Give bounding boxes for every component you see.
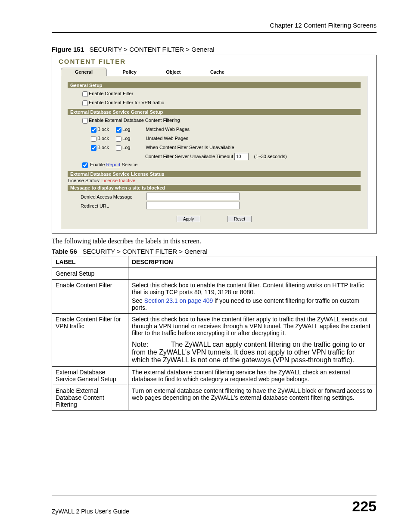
- figure-caption: Figure 151 SECURITY > CONTENT FILTER > G…: [52, 46, 377, 53]
- label-unrated: Unrated Web Pages: [146, 136, 188, 141]
- tab-bar: General Policy Object Cache: [52, 67, 376, 76]
- section-message: Message to display when a site is blocke…: [68, 185, 361, 191]
- link-report[interactable]: Report: [106, 162, 120, 167]
- table-row: Enable Content Filter Select this check …: [52, 280, 377, 314]
- tab-object[interactable]: Object: [152, 68, 194, 76]
- tab-cache[interactable]: Cache: [196, 68, 238, 76]
- th-desc: DESCRIPTION: [128, 256, 377, 268]
- page-number: 225: [352, 498, 377, 515]
- input-denied-msg[interactable]: [146, 193, 240, 200]
- tab-policy[interactable]: Policy: [109, 68, 150, 76]
- input-timeout[interactable]: [234, 153, 249, 160]
- label-enable-report-pre: Enable: [90, 162, 106, 167]
- input-redirect-url[interactable]: [146, 202, 240, 209]
- label-denied-msg: Denied Access Message: [81, 194, 145, 199]
- chapter-header: Chapter 12 Content Filtering Screens: [52, 22, 377, 29]
- checkbox-log-unrated[interactable]: [116, 136, 121, 142]
- description-table: LABEL DESCRIPTION General Setup Enable C…: [52, 256, 377, 411]
- table-row: General Setup: [52, 268, 377, 280]
- panel-general: General Setup Enable Content Filter Enab…: [61, 76, 367, 229]
- section-ext-db-setup: External Database Service General Setup: [68, 109, 361, 115]
- label-enable-ext-db: Enable External Database Content Filteri…: [89, 118, 180, 123]
- screenshot-panel: CONTENT FILTER General Policy Object Cac…: [52, 55, 377, 234]
- section-license: External Database Service License Status: [68, 171, 361, 177]
- checkbox-block-unavail[interactable]: [91, 145, 97, 151]
- label-matched: Matched Web Pages: [146, 127, 190, 132]
- checkbox-enable-cf-vpn[interactable]: [82, 100, 88, 106]
- checkbox-block-matched[interactable]: [91, 127, 97, 133]
- intro-paragraph: The following table describes the labels…: [52, 237, 377, 245]
- checkbox-log-unavail[interactable]: [116, 145, 121, 151]
- divider: [52, 32, 377, 33]
- tab-general[interactable]: General: [61, 68, 107, 76]
- label-enable-cf-vpn: Enable Content Filter for VPN traffic: [89, 100, 164, 105]
- label-redirect-url: Redirect URL: [81, 203, 145, 208]
- table-caption: Table 56 SECURITY > CONTENT FILTER > Gen…: [52, 248, 377, 255]
- th-label: LABEL: [52, 256, 128, 268]
- checkbox-enable-cf[interactable]: [82, 91, 88, 97]
- checkbox-enable-ext-db[interactable]: [82, 118, 88, 124]
- checkbox-log-matched[interactable]: [116, 127, 121, 133]
- apply-button[interactable]: Apply: [177, 216, 200, 222]
- guide-title: ZyWALL 2 Plus User's Guide: [52, 508, 129, 515]
- label-enable-cf: Enable Content Filter: [89, 91, 133, 96]
- value-license-status: License Inactive: [101, 178, 135, 183]
- table-row: Enable External Database Content Filteri…: [52, 385, 377, 411]
- checkbox-block-unrated[interactable]: [91, 136, 97, 142]
- label-timeout: Content Filter Server Unavailable Timeou…: [145, 154, 233, 159]
- app-title: CONTENT FILTER: [52, 55, 376, 65]
- section-general-setup: General Setup: [68, 82, 361, 88]
- table-row: Enable Content Filter for VPN traffic Se…: [52, 314, 377, 367]
- table-row: External Database Service General Setup …: [52, 367, 377, 385]
- checkbox-enable-report[interactable]: [82, 162, 88, 168]
- label-unavail: When Content Filter Server Is Unavailabl…: [146, 145, 234, 150]
- reset-button[interactable]: Reset: [227, 216, 252, 222]
- label-enable-report-post: Service: [120, 162, 137, 167]
- label-license-status: License Status:: [68, 178, 101, 183]
- xref-link[interactable]: Section 23.1 on page 409: [144, 297, 213, 304]
- label-timeout-hint: (1~30 seconds): [254, 154, 287, 159]
- page-footer: ZyWALL 2 Plus User's Guide 225: [52, 492, 377, 515]
